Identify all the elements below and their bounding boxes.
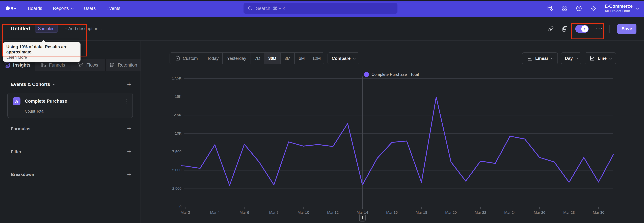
legend-label: Complete Purchase - Total: [372, 72, 419, 77]
flows-icon: [78, 62, 84, 68]
events-cohorts-header: Events & Cohorts +: [0, 80, 140, 89]
search-icon: [248, 6, 253, 11]
primary-nav: Boards Reports Users Events: [28, 6, 120, 11]
more-options-icon[interactable]: [596, 27, 602, 30]
date-range-control: Custom Today Yesterday 7D 30D 3M 6M 12M: [170, 52, 324, 64]
nav-right-cluster: ? E-Commerce All Project Data: [547, 0, 638, 17]
range-6m[interactable]: 6M: [294, 53, 309, 64]
insights-icon: [4, 62, 10, 68]
chart-panel: [141, 41, 644, 223]
learn-more-link[interactable]: Learn More: [6, 55, 27, 60]
nav-item-reports[interactable]: Reports: [53, 6, 73, 11]
range-custom[interactable]: Custom: [170, 53, 203, 64]
sampling-toggle[interactable]: [575, 25, 589, 33]
sampled-badge[interactable]: Sampled: [35, 25, 58, 33]
report-builder-sidebar: Insights Funnels Flows Retention Events …: [0, 41, 141, 223]
global-search[interactable]: [244, 3, 398, 14]
chevron-down-icon: [636, 7, 639, 10]
chevron-down-icon: [353, 57, 356, 59]
event-menu-icon[interactable]: [124, 98, 128, 104]
chevron-down-icon: [53, 83, 56, 85]
project-name: E-Commerce: [604, 4, 632, 9]
add-filter-button[interactable]: +: [127, 148, 131, 155]
range-7d[interactable]: 7D: [250, 53, 264, 64]
lightning-bolt-icon: [583, 27, 587, 31]
data-settings-icon[interactable]: [547, 5, 553, 12]
svg-text:?: ?: [578, 7, 580, 10]
window-top-edge: [0, 0, 644, 1]
nav-item-users[interactable]: Users: [84, 6, 96, 11]
funnels-icon: [40, 62, 46, 68]
event-card[interactable]: A Complete Purchase Count Total: [8, 93, 133, 118]
add-event-button[interactable]: +: [127, 81, 131, 88]
add-breakdown-button[interactable]: +: [127, 171, 131, 178]
apps-grid-icon[interactable]: [561, 5, 568, 12]
chart-legend[interactable]: Complete Purchase - Total: [364, 72, 419, 77]
chart-type-dropdown[interactable]: Line: [585, 52, 616, 64]
range-3m[interactable]: 3M: [280, 53, 294, 64]
tooltip-text: Using 10% of data. Results are approxima…: [6, 44, 77, 55]
breakdown-section: Breakdown +: [0, 169, 140, 180]
settings-gear-icon[interactable]: [590, 5, 596, 12]
calendar-icon: [175, 56, 180, 61]
formulas-section: Formulas +: [0, 123, 140, 134]
range-yesterday[interactable]: Yesterday: [222, 53, 250, 64]
event-metric[interactable]: Count Total: [25, 109, 44, 114]
project-switcher[interactable]: E-Commerce All Project Data: [604, 4, 638, 13]
nav-item-events[interactable]: Events: [106, 6, 120, 11]
chevron-down-icon: [575, 57, 578, 59]
range-today[interactable]: Today: [203, 53, 222, 64]
copy-report-icon[interactable]: [562, 26, 568, 32]
divider: [610, 25, 610, 33]
filter-section: Filter +: [0, 146, 140, 157]
retention-icon: [109, 62, 115, 68]
tab-retention[interactable]: Retention: [105, 59, 140, 71]
toggle-knob: [581, 25, 588, 32]
compare-dropdown[interactable]: Compare: [328, 52, 360, 64]
mixpanel-logo-icon[interactable]: [6, 6, 16, 11]
annotation-marker[interactable]: 1: [359, 214, 366, 221]
add-description[interactable]: + Add description...: [65, 26, 102, 31]
chevron-down-icon: [609, 57, 612, 59]
report-title[interactable]: Untitled: [11, 26, 30, 32]
legend-swatch: [364, 72, 368, 77]
project-scope: All Project Data: [604, 9, 632, 13]
chevron-down-icon: [551, 57, 554, 59]
help-icon[interactable]: ?: [576, 5, 582, 12]
search-input[interactable]: [256, 6, 394, 11]
granularity-dropdown[interactable]: Day: [561, 52, 581, 64]
add-formula-button[interactable]: +: [127, 125, 131, 132]
line-chart-icon: [589, 55, 595, 61]
linear-scale-icon: [527, 55, 532, 61]
range-30d[interactable]: 30D: [264, 53, 280, 64]
save-button[interactable]: Save: [617, 24, 636, 34]
range-12m[interactable]: 12M: [309, 53, 324, 64]
app-root: Boards Reports Users Events ? E: [0, 0, 644, 223]
report-title-bar: Untitled Sampled + Add description... Sa…: [0, 17, 644, 41]
nav-item-boards[interactable]: Boards: [28, 6, 42, 11]
sampling-tooltip: Using 10% of data. Results are approxima…: [3, 42, 80, 62]
events-cohorts-toggle[interactable]: Events & Cohorts: [11, 82, 55, 87]
title-bar-actions: Save: [548, 17, 636, 41]
scale-dropdown[interactable]: Linear: [522, 52, 558, 64]
event-name[interactable]: Complete Purchase: [25, 99, 67, 104]
share-link-icon[interactable]: [548, 26, 554, 32]
top-nav: Boards Reports Users Events ? E: [0, 0, 644, 17]
chevron-down-icon: [71, 7, 74, 10]
event-letter-badge: A: [13, 97, 20, 105]
